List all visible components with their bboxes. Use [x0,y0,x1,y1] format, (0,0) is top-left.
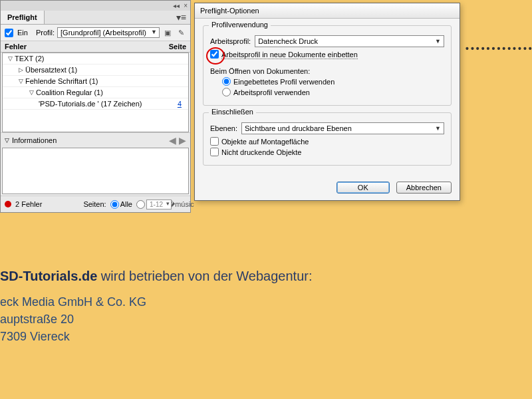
radio-embedded-label: Eingebettetes Profil verwenden [233,78,334,86]
ok-button[interactable]: OK [336,182,390,194]
cancel-button[interactable]: Abbrechen [396,182,452,194]
radio-work-line: Arbeitsprofil verwenden [222,88,444,96]
tree-label: Übersatztext (1) [25,66,77,74]
error-tree[interactable]: ▽ TEXT (2) ▷ Übersatztext (1) ▽ Fehlende… [2,53,189,132]
panel-tab-row: Preflight ▾≡ [1,11,190,25]
embed-label: Arbeitsprofil in neue Dokumente einbette… [221,51,358,59]
dialog-buttons: OK Abbrechen [195,178,460,200]
embed-line: Arbeitsprofil in neue Dokumente einbette… [210,50,444,60]
col-fehler: Fehler [5,43,169,51]
edit-icon[interactable]: ✎ [176,27,186,38]
radio-range[interactable] [136,200,145,209]
preflight-options-dialog: Preflight-Optionen Profilverwendung Arbe… [194,3,460,201]
addr-2: auptstraße 20 [0,311,312,328]
chevron-down-icon[interactable]: ▽ [28,89,35,96]
open-label: Beim Öffnen von Dokumenten: [210,67,444,75]
chk-nicht-line: Nicht druckende Objekte [210,148,444,156]
group-profilverwendung: Profilverwendung Arbeitsprofil: Datenche… [203,25,452,106]
group-einschliessen: Einschließen Ebenen: Sichtbare und druck… [203,112,452,166]
link-icon[interactable]: �músic [176,199,186,209]
addr-1: eck Media GmbH & Co. KG [0,293,312,311]
tree-row[interactable]: ▽ Fehlende Schriftart (1) [3,76,188,87]
panel-collapse-icon[interactable]: ◂◂ [173,2,180,9]
embed-checkbox[interactable] [210,50,219,59]
info-header[interactable]: ▽ Informationen ◀ ▶ [1,132,190,148]
radio-alle[interactable] [110,200,119,209]
panel-close-icon[interactable]: × [184,2,188,9]
group-title: Einschließen [209,108,256,116]
arbeitsprofil-label: Arbeitsprofil: [210,37,251,45]
seiten-label: Seiten: [83,200,106,208]
profil-value: [Grundprofil] (Arbeitsprofil) [61,29,146,37]
footer-text: SD-Tutorials.de wird betrieben von der W… [0,265,312,345]
ebenen-line: Ebenen: Sichtbare und druckbare Ebenen [210,122,444,134]
addr-3: 7309 Viereck [0,328,312,345]
col-seite: Seite [169,43,186,51]
chevron-right-icon[interactable]: ▷ [17,66,24,73]
footer-line1b: wird betrieben von der Webagentur: [97,269,312,283]
panel-controls: ◂◂ × [1,1,190,11]
chk-nicht-label: Nicht druckende Objekte [221,148,301,156]
dialog-title: Preflight-Optionen [195,3,460,19]
error-count: 2 Fehler [15,200,42,208]
radio-work[interactable] [222,88,231,96]
tree-row[interactable]: ▷ Übersatztext (1) [3,65,188,76]
chk-objekte[interactable] [210,137,219,146]
preflight-panel: ◂◂ × Preflight ▾≡ Ein Profil: [Grundprof… [0,0,191,213]
decorative-dots: ••••••••••••• [466,43,532,54]
tab-preflight[interactable]: Preflight [1,11,45,24]
info-area [2,148,189,194]
chevron-down-icon[interactable]: ▽ [7,55,13,62]
profil-label: Profil: [36,29,55,37]
radio-work-label: Arbeitsprofil verwenden [233,88,310,96]
panel-profile-row: Ein Profil: [Grundprofil] (Arbeitsprofil… [1,25,190,41]
tree-label: Coalition Regular (1) [36,88,103,96]
arbeitsprofil-value: Datencheck Druck [258,37,318,45]
radio-embedded[interactable] [222,77,231,86]
panel-menu-icon[interactable]: ▾≡ [172,12,190,23]
highlight-circle [210,50,219,60]
tree-row[interactable]: ▽ TEXT (2) [3,53,188,65]
prev-icon[interactable]: ◀ [169,135,176,146]
ein-label: Ein [17,29,28,37]
info-nav: ◀ ▶ [169,135,186,146]
error-columns: Fehler Seite [1,41,190,53]
chk-nicht[interactable] [210,148,219,156]
tree-row[interactable]: 'PSD-Tutorials.de ' (17 Zeichen) 4 [3,98,188,110]
group-title: Profilverwendung [209,21,271,29]
ebenen-select[interactable]: Sichtbare und druckbare Ebenen [241,122,444,134]
arbeitsprofil-line: Arbeitsprofil: Datencheck Druck [210,35,444,47]
chevron-down-icon[interactable]: ▽ [5,137,9,144]
embed-icon[interactable]: ▣ [162,27,173,38]
chk-objekte-line: Objekte auf Montagefläche [210,137,444,146]
error-dot-icon [5,201,11,207]
ebenen-value: Sichtbare und druckbare Ebenen [245,124,352,132]
ein-checkbox[interactable] [5,29,13,37]
footer-brand: SD-Tutorials.de [0,269,97,283]
page-link[interactable]: 4 [178,100,186,108]
chevron-down-icon[interactable]: ▽ [17,78,24,84]
next-icon[interactable]: ▶ [179,135,186,146]
arbeitsprofil-select[interactable]: Datencheck Druck [255,35,444,47]
dialog-body: Profilverwendung Arbeitsprofil: Datenche… [195,19,460,178]
tree-label: Fehlende Schriftart (1) [25,77,98,85]
chk-objekte-label: Objekte auf Montagefläche [221,138,309,146]
radio-embedded-line: Eingebettetes Profil verwenden [222,77,444,86]
info-label: Informationen [12,136,57,144]
tree-label: 'PSD-Tutorials.de ' (17 Zeichen) [39,100,142,108]
tree-label: TEXT (2) [15,55,44,63]
status-row: 2 Fehler Seiten: Alle 1-12 �músic [1,196,190,212]
tree-row[interactable]: ▽ Coalition Regular (1) [3,87,188,98]
page-range-input[interactable]: 1-12 [146,200,172,209]
profil-select[interactable]: [Grundprofil] (Arbeitsprofil) [57,27,160,38]
alle-label: Alle [120,200,132,208]
ebenen-label: Ebenen: [210,124,237,132]
